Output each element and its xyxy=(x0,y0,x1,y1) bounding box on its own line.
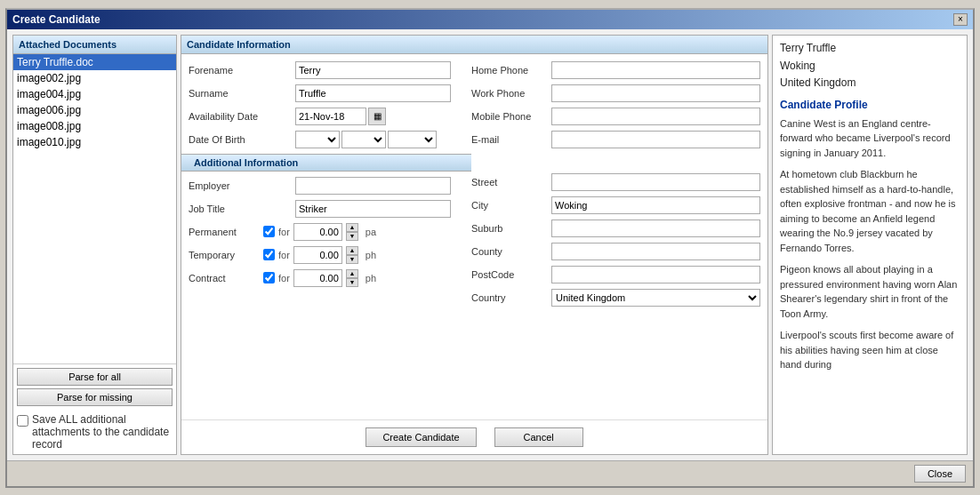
email-row: E-mail xyxy=(471,131,760,148)
permanent-spin-down[interactable]: ▼ xyxy=(346,232,358,241)
job-title-input[interactable] xyxy=(295,200,451,218)
dialog-close-button[interactable]: × xyxy=(953,13,968,26)
job-title-row: Job Title xyxy=(189,200,464,218)
forename-input[interactable] xyxy=(295,61,451,79)
middle-panel: Candidate Information Forename Surname xyxy=(181,35,768,455)
right-panel-city: Woking xyxy=(780,59,960,74)
file-item[interactable]: image004.jpg xyxy=(13,86,176,102)
availability-input[interactable] xyxy=(295,108,366,125)
permanent-checkbox[interactable] xyxy=(263,226,275,237)
for-label-contract: for xyxy=(278,273,290,283)
create-candidate-dialog: Create Candidate × Attached Documents Te… xyxy=(5,8,975,488)
suburb-input[interactable] xyxy=(551,220,760,237)
dob-month-select[interactable] xyxy=(341,131,386,148)
parse-for-all-button[interactable]: Parse for all xyxy=(17,368,173,386)
contract-unit: ph xyxy=(365,273,376,283)
county-input[interactable] xyxy=(551,243,760,260)
contract-spin-down[interactable]: ▼ xyxy=(346,278,358,287)
dob-selects xyxy=(295,131,437,148)
right-panel-para-4: Liverpool's scouts first become aware of… xyxy=(780,328,960,372)
save-attachments-area: Save ALL additional attachments to the c… xyxy=(13,410,176,454)
dob-day-select[interactable] xyxy=(295,131,340,148)
postcode-input[interactable] xyxy=(551,266,760,283)
mobile-phone-input[interactable] xyxy=(551,108,760,125)
file-list: Terry Truffle.doc image002.jpg image004.… xyxy=(13,54,176,364)
permanent-spin-up[interactable]: ▲ xyxy=(346,223,358,232)
temporary-row: Temporary for ▲ ▼ ph xyxy=(189,246,464,264)
date-row: ▦ xyxy=(295,108,386,125)
email-input[interactable] xyxy=(551,131,760,148)
home-phone-label: Home Phone xyxy=(471,65,551,76)
home-phone-input[interactable] xyxy=(551,61,760,79)
dialog-title: Create Candidate xyxy=(12,13,100,26)
employer-input[interactable] xyxy=(295,177,451,195)
city-row: City xyxy=(471,196,760,214)
form-columns: Forename Surname Availability Date xyxy=(189,61,760,312)
save-attachments-label: Save ALL additional attachments to the c… xyxy=(32,413,173,451)
save-attachments-checkbox[interactable] xyxy=(17,415,28,427)
additional-info-header: Additional Information xyxy=(181,154,471,172)
right-panel-section-title: Candidate Profile xyxy=(780,98,960,113)
parse-for-missing-button[interactable]: Parse for missing xyxy=(17,388,173,406)
work-phone-input[interactable] xyxy=(551,84,760,102)
temporary-checkbox[interactable] xyxy=(263,249,275,260)
col-left: Forename Surname Availability Date xyxy=(189,61,464,312)
candidate-info-header: Candidate Information xyxy=(181,36,767,54)
availability-row: Availability Date ▦ xyxy=(189,108,464,125)
country-row: Country United Kingdom United States Aus… xyxy=(471,289,760,307)
employer-label: Employer xyxy=(189,180,295,191)
surname-row: Surname xyxy=(189,84,464,102)
action-buttons-row: Create Candidate Cancel xyxy=(181,419,767,454)
employer-row: Employer xyxy=(189,177,464,195)
work-phone-label: Work Phone xyxy=(471,88,551,99)
temporary-spin-down[interactable]: ▼ xyxy=(346,255,358,264)
dob-row: Date Of Birth xyxy=(189,131,464,148)
city-input[interactable] xyxy=(551,196,760,214)
right-panel-para-1: Canine West is an England centre-forward… xyxy=(780,116,960,161)
calendar-button[interactable]: ▦ xyxy=(368,108,386,125)
temporary-value-input[interactable] xyxy=(293,246,342,264)
permanent-spinner: ▲ ▼ xyxy=(346,223,358,241)
suburb-row: Suburb xyxy=(471,220,760,237)
left-panel: Attached Documents Terry Truffle.doc ima… xyxy=(12,35,177,455)
right-panel-name: Terry Truffle xyxy=(780,41,960,56)
form-content: Forename Surname Availability Date xyxy=(181,54,767,419)
for-label-temp: for xyxy=(278,250,290,260)
contract-checkbox[interactable] xyxy=(263,272,275,283)
suburb-label: Suburb xyxy=(471,223,551,234)
country-select[interactable]: United Kingdom United States Australia C… xyxy=(551,289,760,307)
spacer xyxy=(471,154,760,173)
cancel-button[interactable]: Cancel xyxy=(494,427,583,447)
temporary-unit: ph xyxy=(365,250,376,260)
right-panel-para-3: Pigeon knows all about playing in a pres… xyxy=(780,262,960,321)
right-panel-para-2: At hometown club Blackburn he establishe… xyxy=(780,167,960,255)
create-candidate-button[interactable]: Create Candidate xyxy=(365,427,476,447)
street-input[interactable] xyxy=(551,173,760,191)
temporary-spin-up[interactable]: ▲ xyxy=(346,246,358,255)
file-item[interactable]: image002.jpg xyxy=(13,70,176,86)
temporary-label: Temporary xyxy=(189,250,260,260)
postcode-row: PostCode xyxy=(471,266,760,283)
city-label: City xyxy=(471,200,551,211)
close-button[interactable]: Close xyxy=(914,465,966,483)
permanent-label: Permanent xyxy=(189,227,260,237)
file-item[interactable]: Terry Truffle.doc xyxy=(13,54,176,70)
home-phone-row: Home Phone xyxy=(471,61,760,79)
dob-year-select[interactable] xyxy=(388,131,437,148)
surname-input[interactable] xyxy=(295,84,451,102)
contract-spin-up[interactable]: ▲ xyxy=(346,269,358,278)
contract-value-input[interactable] xyxy=(293,269,342,287)
file-item[interactable]: image006.jpg xyxy=(13,102,176,118)
parse-buttons-area: Parse for all Parse for missing xyxy=(13,364,176,410)
file-item[interactable]: image010.jpg xyxy=(13,134,176,150)
permanent-value-input[interactable] xyxy=(293,223,342,241)
street-row: Street xyxy=(471,173,760,191)
titlebar: Create Candidate × xyxy=(7,10,973,29)
file-item[interactable]: image008.jpg xyxy=(13,118,176,134)
forename-label: Forename xyxy=(189,65,295,76)
right-panel: Terry Truffle Woking United Kingdom Cand… xyxy=(772,35,968,455)
job-title-label: Job Title xyxy=(189,204,295,214)
street-label: Street xyxy=(471,177,551,188)
for-label-perm: for xyxy=(278,227,290,237)
work-phone-row: Work Phone xyxy=(471,84,760,102)
